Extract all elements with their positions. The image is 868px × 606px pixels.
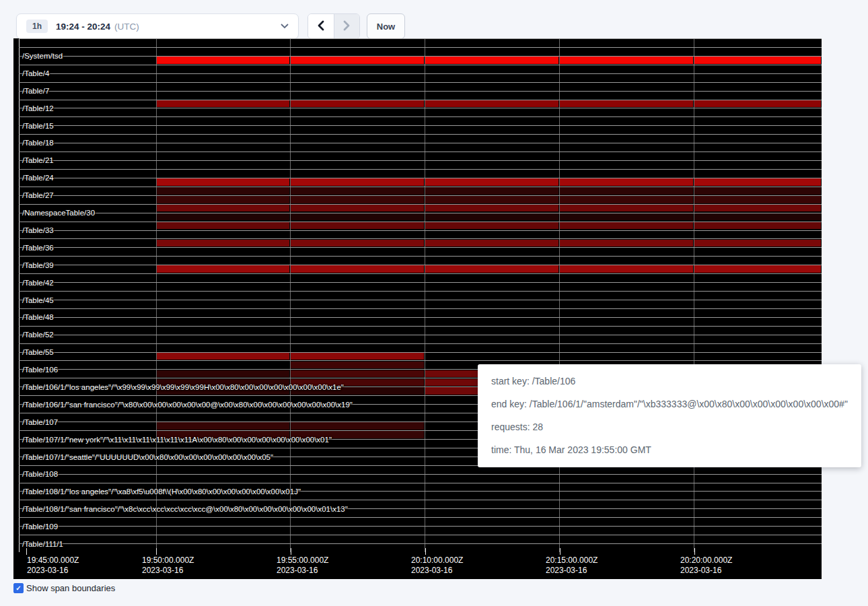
heat-band <box>694 205 821 212</box>
tooltip-time: time: Thu, 16 Mar 2023 19:55:00 GMT <box>491 438 848 461</box>
time-range-label: 19:24 - 20:24 <box>56 22 110 32</box>
span-boundary-line <box>19 517 822 518</box>
heat-band <box>291 370 424 378</box>
heat-band <box>425 187 558 195</box>
row-label: /Table/107/1/"new york"/"\x11\x11\x11\x1… <box>22 435 332 444</box>
prev-time-button[interactable] <box>308 14 334 38</box>
x-axis-tick <box>156 548 157 555</box>
heat-band <box>157 57 289 64</box>
span-boundary-line <box>19 169 822 170</box>
heat-band <box>157 353 289 360</box>
heat-band <box>157 213 289 221</box>
row-label: /Table/36 <box>22 243 54 252</box>
heat-band <box>694 196 821 203</box>
chevron-left-icon <box>316 20 326 33</box>
heat-band <box>694 265 821 273</box>
heat-band <box>291 222 424 230</box>
heat-band <box>157 196 289 203</box>
next-time-button[interactable] <box>334 14 360 38</box>
span-boundary-line <box>19 204 822 205</box>
row-label: /Table/27 <box>22 191 54 200</box>
time-gridline <box>156 38 157 552</box>
row-label: /Table/12 <box>22 104 54 112</box>
heat-band <box>425 213 558 221</box>
span-boundary-line <box>19 73 822 74</box>
row-label: /Table/39 <box>22 261 54 269</box>
heat-band <box>157 178 289 186</box>
span-boundary-line <box>19 352 822 353</box>
span-boundary-line <box>19 100 822 100</box>
row-label: /Table/52 <box>22 331 54 339</box>
row-label: /Table/33 <box>22 226 54 234</box>
show-span-boundaries-checkbox[interactable]: ✓ <box>13 583 24 593</box>
heat-band <box>560 265 693 273</box>
span-boundary-line <box>19 326 822 327</box>
time-gridline <box>290 38 291 552</box>
span-boundary-line <box>19 238 822 239</box>
heat-band <box>425 205 558 212</box>
row-label: /Table/24 <box>22 174 54 182</box>
row-label: /Table/106/1/"los angeles"/"\x99\x99\x99… <box>22 382 344 391</box>
span-boundary-line <box>19 47 822 48</box>
heat-band <box>291 100 424 108</box>
heat-band <box>157 187 289 195</box>
span-boundary-line <box>19 143 822 143</box>
x-axis-tick-label: 19:45:00.000Z 2023-03-16 <box>27 556 79 576</box>
span-boundary-line <box>19 160 822 161</box>
span-boundary-line <box>19 335 822 335</box>
x-axis-tick <box>694 548 695 555</box>
row-label: /Table/42 <box>22 278 54 287</box>
x-axis-tick <box>560 548 560 555</box>
x-axis-tick-label: 20:10:00.000Z 2023-03-16 <box>411 556 463 576</box>
heat-band <box>157 240 289 247</box>
span-boundary-line <box>19 213 822 213</box>
heat-band <box>291 240 424 247</box>
span-boundary-line <box>19 187 822 187</box>
span-boundary-line <box>19 125 822 126</box>
span-boundary-line <box>19 256 822 257</box>
span-boundary-line <box>19 265 822 265</box>
heat-band <box>694 213 821 221</box>
row-label: /Table/108/1/"los angeles"/"\xa8\xf5\u00… <box>22 487 301 496</box>
heat-band <box>291 213 424 221</box>
heat-band <box>425 265 558 273</box>
heat-band <box>560 178 693 186</box>
row-label: /Table/108 <box>22 470 58 479</box>
row-label: /Table/109 <box>22 523 58 531</box>
heat-band <box>157 222 289 230</box>
time-window-badge: 1h <box>26 20 48 33</box>
tooltip-start-key: start key: /Table/106 <box>491 370 848 393</box>
span-boundary-line <box>19 526 822 527</box>
span-boundary-line <box>19 116 822 117</box>
heat-band <box>560 100 693 108</box>
now-button[interactable]: Now <box>367 13 405 39</box>
span-boundary-line <box>19 317 822 318</box>
heat-band <box>291 265 424 273</box>
heat-band <box>157 100 289 108</box>
heat-band <box>560 222 693 230</box>
x-axis-tick-label: 19:50:00.000Z 2023-03-16 <box>142 556 194 576</box>
row-label: /Table/45 <box>22 296 54 304</box>
row-label: /Table/111/1 <box>22 539 63 548</box>
heat-band <box>425 222 558 230</box>
heat-band <box>425 100 558 108</box>
row-label: /Table/106/1/"san francisco"/"\x80\x00\x… <box>22 400 353 409</box>
heat-band <box>291 205 424 212</box>
x-axis-tick-label: 20:20:00.000Z 2023-03-16 <box>680 556 732 576</box>
heat-band <box>425 196 558 203</box>
span-boundary-line <box>19 343 822 344</box>
heat-band <box>560 213 693 221</box>
key-visualizer-chart[interactable]: /System/tsd/Table/4/Table/7/Table/12/Tab… <box>13 38 822 579</box>
heat-band <box>694 187 821 195</box>
tooltip-requests: requests: 28 <box>491 415 848 438</box>
span-boundary-line <box>19 273 822 274</box>
time-range-picker[interactable]: 1h 19:24 - 20:24 (UTC) <box>16 13 299 39</box>
x-axis-tick-label: 19:55:00.000Z 2023-03-16 <box>277 556 328 576</box>
heat-band <box>157 205 289 212</box>
show-span-boundaries-label: Show span boundaries <box>26 583 115 593</box>
heat-band <box>560 187 693 195</box>
x-axis-tick-label: 20:15:00.000Z 2023-03-16 <box>546 556 598 576</box>
row-label: /Table/15 <box>22 121 54 130</box>
row-label: /Table/21 <box>22 156 54 165</box>
heat-band <box>425 57 558 64</box>
